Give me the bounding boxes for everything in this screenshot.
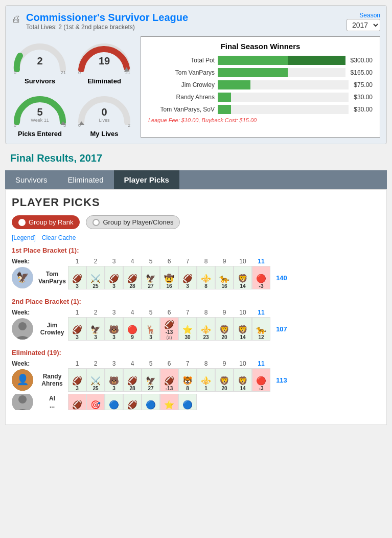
pick-tom-w7: 🏈 3 (178, 266, 197, 289)
pick-randy-w1: 🏈 3 (68, 368, 86, 392)
svg-text:🦅: 🦅 (16, 271, 29, 283)
pick-jim-w2: 🦅 3 (86, 317, 105, 341)
tom-picks-1st: 🏈 3 ⚔️ 25 🏈 3 🏈 28 (68, 266, 270, 289)
toggle-group-rank[interactable]: Group by Rank (12, 215, 80, 229)
jim-total: 107 (270, 325, 291, 333)
chart-bar-totalpot (218, 56, 345, 65)
legend-link[interactable]: [Legend] (12, 234, 36, 241)
pick-jim-w8: ⚜️ 23 (197, 317, 215, 341)
eliminated-gauge: 19 0 21 Eliminated (76, 36, 132, 85)
svg-text:2: 2 (37, 55, 42, 66)
tab-player-picks[interactable]: Player Picks (114, 170, 179, 189)
gauge-ticks-picks: 0 5 (12, 123, 68, 128)
pick-randy-w11: 🔴 -3 (252, 368, 270, 392)
toggle-row: Group by Rank Group by Player/Clones (12, 215, 380, 229)
chart-title: Final Season Winners (148, 42, 373, 51)
chart-bar-randy (218, 93, 349, 102)
chart-row-tom-sov: Tom VanParys, SoV $30.00 (148, 105, 373, 114)
wk4: 4 (123, 258, 142, 265)
season-select[interactable]: 2017 2016 2015 (347, 19, 380, 31)
randy-name: RandyAhrens (36, 373, 68, 388)
pick-randy-w10: 🦁 14 (234, 368, 252, 392)
week-header-2nd: Week: 1 2 3 4 5 6 7 8 9 10 11 (12, 308, 380, 316)
toggle-dot-player (93, 219, 100, 226)
clear-cache-link[interactable]: Clear Cache (42, 234, 76, 241)
winners-chart: Final Season Winners Total Pot $300.00 T… (141, 36, 380, 138)
toggle-group-player[interactable]: Group by Player/Clones (86, 215, 180, 229)
eliminated-label: Eliminated (76, 77, 132, 85)
wk3: 3 (105, 258, 123, 265)
jim-picks: 🏈 3 🦅 3 🐻 3 🔴 9 (68, 317, 270, 341)
pick-tom-w2: ⚔️ 25 (86, 266, 105, 289)
printer-icon[interactable]: 🖨 (12, 14, 21, 25)
bracket-2nd: 2nd Place Bracket (1): Week: 1 2 3 4 5 6… (12, 298, 380, 341)
bracket-1st-title[interactable]: 1st Place Bracket (1): (12, 246, 380, 254)
week-header-1st: Week: 1 2 3 4 5 6 7 8 9 10 11 (12, 257, 380, 265)
pick-al-w7: 🔵 (178, 394, 197, 410)
pick-jim-w7: ⭐ 30 (178, 317, 197, 341)
pick-tom-w9: 🐆 16 (215, 266, 234, 289)
tom-avatar: 🦅 (12, 267, 33, 288)
pick-randy-w6: 🏈 -13 (160, 368, 178, 392)
svg-point-17 (18, 395, 27, 404)
pick-al-w1: 🏈 (68, 394, 86, 410)
chart-value-tom: $165.00 (351, 69, 373, 76)
stats-section: 2 0 21 Survivors (12, 36, 380, 138)
bracket-2nd-title[interactable]: 2nd Place Bracket (1): (12, 298, 380, 305)
wk1: 1 (68, 258, 86, 265)
svg-text:👤: 👤 (16, 373, 29, 386)
season-section: Season 2017 2016 2015 (347, 12, 380, 31)
pick-jim-w3: 🐻 3 (105, 317, 123, 341)
pick-al-w5: 🔵 (142, 394, 160, 410)
pick-al-w2: 🎯 (86, 394, 105, 410)
pick-randy-w5: 🦅 27 (142, 368, 160, 392)
bracket-eliminated: Eliminated (19): Week: 1 2 3 4 5 6 7 8 9… (12, 349, 380, 410)
survivors-label: Survivors (12, 77, 68, 85)
league-title: Commissioner's Survivor League (26, 12, 188, 24)
chart-label-totalpot: Total Pot (148, 57, 215, 64)
chart-footer: League Fee: $10.00, Buyback Cost: $15.00 (148, 117, 373, 123)
tab-survivors[interactable]: Survivors (5, 170, 58, 189)
wk6: 6 (160, 258, 178, 265)
wk11: 11 (252, 258, 270, 265)
svg-text:5: 5 (37, 106, 42, 118)
week-header-elim: Week: 1 2 3 4 5 6 7 8 9 10 11 (12, 360, 380, 367)
pick-randy-w3: 🐻 3 (105, 368, 123, 392)
pick-jim-w9: 🦁 20 (215, 317, 234, 341)
player-spacer-1: Week: (12, 257, 68, 265)
week-numbers-1st: 1 2 3 4 5 6 7 8 9 10 11 (68, 258, 270, 265)
svg-text:Lives: Lives (99, 118, 110, 123)
tab-eliminated[interactable]: Eliminated (58, 170, 114, 189)
gauge-ticks-survivors: 0 21 (12, 70, 68, 75)
wk8: 8 (197, 258, 215, 265)
pick-tom-w4: 🏈 28 (123, 266, 142, 289)
tom-name-1st: TomVanParys (36, 271, 68, 285)
randy-total: 113 (270, 376, 291, 384)
chart-label-randy: Randy Ahrens (148, 94, 215, 101)
chart-bar-tom (218, 68, 345, 77)
player-row-jim: JimCrowley 🏈 3 🦅 3 🐻 3 🔴 (12, 317, 380, 341)
player-row-tom-1st: 🦅 TomVanParys 🏈 3 ⚔️ 25 🏈 3 (12, 266, 380, 289)
toggle-rank-label: Group by Rank (29, 218, 73, 226)
chart-label-jim: Jim Crowley (148, 81, 215, 88)
pick-tom-w10: 🦁 14 (234, 266, 252, 289)
chart-row-tom: Tom VanParys $165.00 (148, 68, 373, 77)
dashboard-card: 🖨 Commissioner's Survivor League Total L… (5, 5, 387, 144)
player-row-al: Al... 🏈 🎯 🔵 🏈 🔵 (12, 394, 380, 410)
player-row-randy: 👤 RandyAhrens 🏈 3 ⚔️ 25 🐻 3 (12, 368, 380, 392)
svg-text:19: 19 (99, 55, 110, 66)
wk7: 7 (178, 258, 197, 265)
chart-value-jim: $75.00 (354, 81, 373, 88)
bracket-eliminated-title[interactable]: Eliminated (19): (12, 349, 380, 356)
picks-label: Picks Entered (12, 130, 68, 138)
gauges-row-top: 2 0 21 Survivors (12, 36, 132, 85)
toggle-dot-rank (18, 219, 26, 226)
randy-avatar: 👤 (12, 369, 33, 391)
pick-tom-w8: ⚜️ 8 (197, 266, 215, 289)
pick-tom-w1: 🏈 3 (68, 266, 86, 289)
pick-randy-w8: ⚜️ 1 (197, 368, 215, 392)
picks-title: PLAYER PICKS (12, 196, 380, 209)
wk5: 5 (142, 258, 160, 265)
wk10: 10 (234, 258, 252, 265)
gauges-section: 2 0 21 Survivors (12, 36, 132, 138)
